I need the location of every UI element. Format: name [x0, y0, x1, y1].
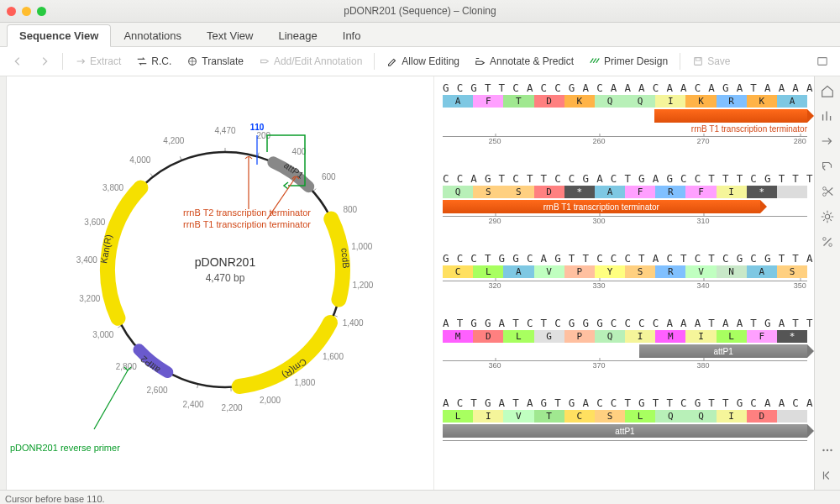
collapse-icon[interactable] — [820, 468, 835, 483]
svg-text:600: 600 — [322, 172, 336, 181]
extract-button: Extract — [68, 52, 128, 71]
amino-acid-row: QSSD*AFRFI* — [443, 186, 807, 198]
svg-text:200: 200 — [256, 131, 270, 140]
window-title: pDONR201 (Sequence) – Cloning — [0, 5, 840, 17]
rc-button[interactable]: R.C. — [129, 52, 178, 71]
primer-design-button[interactable]: Primer Design — [582, 52, 675, 71]
svg-line-57 — [94, 370, 128, 429]
sequence-row: A C T G A T A G T G A C C T G T T C G T … — [443, 396, 807, 451]
right-sidebar — [814, 76, 840, 490]
more-icon[interactable] — [820, 443, 835, 458]
amino-acid-row: AFTDKQQIKRKA — [443, 95, 807, 108]
svg-text:3,000: 3,000 — [92, 330, 113, 339]
svg-point-62 — [829, 244, 832, 247]
svg-point-60 — [825, 214, 829, 218]
nucleotide-sequence[interactable]: A C T G A T A G T G A C C T G T T C G T … — [443, 396, 807, 409]
feature-sublabel: rrnB T1 transcription terminator — [443, 124, 807, 134]
svg-text:4,000: 4,000 — [129, 155, 150, 165]
nucleotide-sequence[interactable]: G C C T G G C A G T T C C C T A C T C T … — [443, 252, 807, 265]
chart-icon[interactable] — [820, 108, 835, 123]
annotate-predict-button[interactable]: Annotate & Predict — [468, 52, 580, 71]
svg-text:1,400: 1,400 — [343, 318, 364, 328]
position-ruler: 250260270280 — [443, 136, 807, 147]
svg-text:4,200: 4,200 — [163, 136, 184, 145]
cursor-position-label: 110 — [250, 123, 265, 132]
svg-point-58 — [823, 187, 827, 191]
rrnb-t1-label: rrnB T1 transcription terminator — [183, 219, 311, 229]
status-text: Cursor before base 110. — [5, 494, 105, 504]
percent-icon[interactable] — [820, 234, 835, 249]
svg-text:2,600: 2,600 — [146, 386, 167, 395]
tab-info[interactable]: Info — [330, 24, 374, 46]
save-button: Save — [685, 52, 737, 71]
svg-point-63 — [822, 449, 824, 451]
plasmid-map[interactable]: 2004006008001,0001,2001,4001,6001,8002,0… — [7, 76, 433, 490]
close-window[interactable] — [7, 7, 16, 16]
position-ruler: 290300310 — [443, 216, 807, 227]
plasmid-size: 4,470 bp — [206, 272, 245, 284]
allow-editing-button[interactable]: Allow Editing — [380, 52, 466, 71]
gear-icon[interactable] — [820, 209, 835, 224]
toolbar: Extract R.C. Translate Add/Edit Annotati… — [0, 47, 840, 76]
svg-text:ccdB: ccdB — [339, 248, 351, 269]
tab-text-view[interactable]: Text View — [194, 24, 265, 46]
feature-bar[interactable]: rrnB T1 transcription terminator — [443, 200, 760, 213]
svg-text:800: 800 — [343, 205, 357, 214]
plasmid-name: pDONR201 — [195, 255, 256, 269]
svg-text:1,200: 1,200 — [352, 281, 373, 290]
sequence-row: C C A G T C T T C C G A C T G A G C C T … — [443, 172, 807, 227]
sequence-row: G C G T T C A C C G A C A A A C A A C A … — [443, 81, 807, 147]
minimize-window[interactable] — [22, 7, 31, 16]
svg-point-61 — [823, 238, 827, 241]
svg-text:1,800: 1,800 — [294, 378, 315, 387]
home-icon[interactable] — [820, 83, 835, 98]
feature-bar[interactable]: attP1 — [443, 424, 807, 438]
amino-acid-row: CLAVPYSRVNAS — [443, 265, 807, 278]
svg-point-59 — [823, 193, 827, 197]
svg-text:3,800: 3,800 — [102, 183, 123, 192]
svg-rect-2 — [696, 58, 701, 61]
position-ruler — [443, 440, 807, 451]
nucleotide-sequence[interactable]: G C G T T C A C C G A C A A A C A A C A … — [443, 81, 807, 94]
svg-text:3,400: 3,400 — [76, 255, 97, 265]
zoom-window[interactable] — [37, 7, 46, 16]
svg-text:4,470: 4,470 — [214, 126, 235, 135]
add-edit-annotation-button: Add/Edit Annotation — [252, 52, 369, 71]
tab-sequence-view[interactable]: Sequence View — [7, 24, 111, 47]
tab-annotations[interactable]: Annotations — [111, 24, 194, 46]
svg-rect-3 — [818, 58, 827, 66]
svg-text:3,600: 3,600 — [84, 218, 105, 227]
position-ruler: 320330340350 — [443, 281, 807, 291]
sequence-panel[interactable]: G C G T T C A C C G A C A A A C A A C A … — [433, 76, 814, 490]
feature-bar[interactable]: attP1 — [639, 344, 807, 358]
rrnb-t2-label: rrnB T2 transcription terminator — [183, 207, 311, 218]
svg-text:2,200: 2,200 — [222, 403, 243, 412]
export-icon[interactable] — [820, 159, 835, 174]
arrow-right-icon[interactable] — [820, 134, 835, 149]
status-bar: Cursor before base 110. — [0, 490, 840, 504]
scissors-icon[interactable] — [820, 184, 835, 199]
tab-bar: Sequence View Annotations Text View Line… — [0, 23, 840, 47]
back-button — [5, 52, 30, 71]
svg-text:2,000: 2,000 — [260, 396, 281, 405]
forward-button — [32, 52, 57, 71]
reverse-primer-label: pDONR201 reverse primer — [10, 443, 120, 453]
amino-acid-row: MDLGPQIMILF* — [443, 330, 807, 343]
tab-lineage[interactable]: Lineage — [266, 24, 330, 46]
amino-acid-row: LIVTCSLQQID — [443, 410, 807, 423]
svg-text:1,000: 1,000 — [351, 242, 372, 251]
nucleotide-sequence[interactable]: C C A G T C T T C C G A C T G A G C C T … — [443, 172, 807, 185]
settings-icon[interactable] — [810, 52, 835, 71]
nucleotide-sequence[interactable]: A T G G A T C T C G G G C C C C A A A T … — [443, 317, 807, 329]
svg-point-65 — [830, 449, 832, 451]
svg-point-64 — [827, 449, 828, 451]
mini-map[interactable] — [0, 76, 7, 490]
svg-text:400: 400 — [292, 147, 307, 156]
svg-text:3,200: 3,200 — [79, 294, 100, 303]
translate-button[interactable]: Translate — [180, 52, 250, 71]
sequence-row: A T G G A T C T C G G G C C C C A A A T … — [443, 317, 807, 371]
sequence-row: G C C T G G C A G T T C C C T A C T C T … — [443, 252, 807, 291]
feature-bar[interactable] — [654, 109, 807, 123]
svg-text:1,600: 1,600 — [323, 352, 344, 361]
position-ruler: 360370380 — [443, 360, 807, 371]
